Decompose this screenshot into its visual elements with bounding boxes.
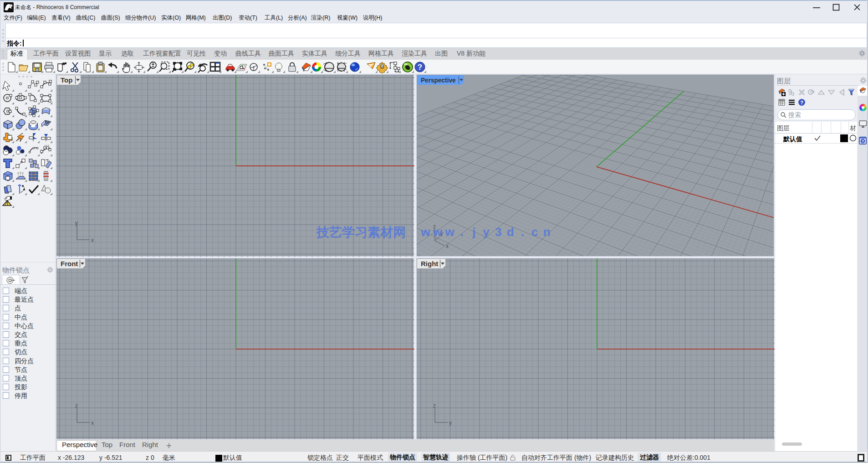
svg-text:x: x bbox=[91, 420, 94, 426]
svg-text:8: 8 bbox=[10, 4, 13, 8]
svg-text:x: x bbox=[91, 237, 94, 243]
svg-text:z: z bbox=[75, 403, 78, 409]
svg-text:y: y bbox=[449, 420, 452, 426]
svg-text:?: ? bbox=[418, 63, 422, 72]
svg-text:?: ? bbox=[862, 139, 864, 144]
svg-text:y: y bbox=[75, 221, 78, 226]
svg-text:z: z bbox=[433, 403, 436, 409]
svg-text:?: ? bbox=[800, 100, 803, 105]
svg-text:x: x bbox=[446, 243, 449, 249]
